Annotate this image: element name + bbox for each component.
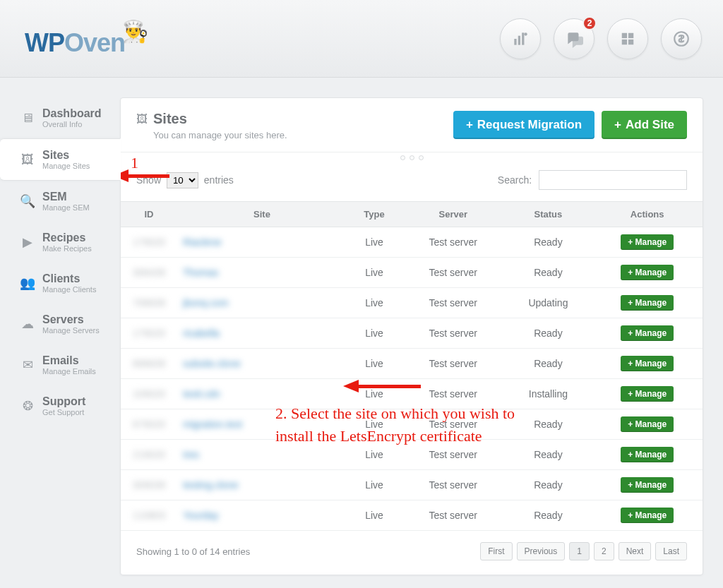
- cell-type: Live: [347, 379, 402, 409]
- cell-actions: Manage: [592, 349, 703, 379]
- col-server[interactable]: Server: [402, 202, 504, 227]
- cell-status: Ready: [504, 349, 592, 379]
- page-2[interactable]: 2: [594, 542, 614, 560]
- manage-button[interactable]: Manage: [621, 265, 674, 280]
- sidebar-item-label: SEM: [42, 191, 90, 203]
- support-icon: ❂: [20, 398, 35, 414]
- pagination: First Previous 1 2 Next Last: [480, 542, 687, 560]
- table-row: 309039testing.cloneLiveTest serverReadyM…: [121, 470, 703, 500]
- svg-rect-1: [518, 35, 520, 44]
- cell-id: 219020: [121, 440, 177, 470]
- sidebar-item-support[interactable]: ❂ SupportGet Support: [0, 385, 120, 426]
- sidebar-item-clients[interactable]: 👥 ClientsManage Clients: [0, 263, 120, 304]
- manage-button[interactable]: Manage: [621, 447, 674, 462]
- search-icon: 🔍: [20, 193, 35, 209]
- cell-site[interactable]: migration.test: [177, 409, 347, 440]
- manage-button[interactable]: Manage: [621, 234, 674, 250]
- sidebar-item-servers[interactable]: ☁ ServersManage Servers: [0, 304, 120, 344]
- topnav-billing-icon[interactable]: [500, 18, 541, 59]
- table-row: 179020ricabellaLiveTest serverReadyManag…: [121, 318, 703, 349]
- cell-server: Test server: [402, 258, 504, 288]
- cell-server: Test server: [402, 379, 504, 409]
- cell-type: Live: [347, 470, 402, 500]
- sidebar-item-sub: Get Support: [42, 408, 85, 416]
- cell-server: Test server: [402, 440, 504, 470]
- entries-control: Show 10 entries: [136, 172, 234, 188]
- mail-icon: ✉: [20, 357, 35, 373]
- svg-rect-2: [522, 32, 524, 44]
- add-site-button[interactable]: +Add Site: [602, 111, 687, 139]
- request-migration-button[interactable]: +Request Migration: [453, 111, 594, 139]
- sidebar: 🖥 DashboardOverall Info 🖼 SitesManage Si…: [0, 78, 120, 575]
- cell-server: Test server: [402, 500, 504, 531]
- col-type[interactable]: Type: [347, 202, 402, 227]
- manage-button[interactable]: Manage: [621, 356, 674, 371]
- col-status[interactable]: Status: [504, 202, 592, 227]
- entries-select[interactable]: 10: [167, 172, 198, 188]
- sidebar-item-sub: Overall Info: [42, 120, 102, 128]
- cell-status: Ready: [504, 227, 592, 258]
- sidebar-item-emails[interactable]: ✉ EmailsManage Emails: [0, 344, 120, 385]
- cell-site[interactable]: testt.cdn: [177, 379, 347, 409]
- sidebar-item-recipes[interactable]: ▶ RecipesMake Recipes: [0, 222, 120, 263]
- notification-badge: 2: [582, 16, 597, 30]
- manage-button[interactable]: Manage: [621, 325, 674, 341]
- sidebar-item-sub: Make Recipes: [42, 244, 92, 253]
- cell-type: Live: [347, 258, 402, 288]
- col-actions[interactable]: Actions: [592, 202, 703, 227]
- cell-id: 179020: [121, 227, 177, 258]
- page-1[interactable]: 1: [569, 542, 590, 560]
- manage-button[interactable]: Manage: [621, 508, 674, 523]
- recipes-icon: ▶: [20, 234, 35, 250]
- cell-status: Ready: [504, 440, 592, 470]
- cell-site[interactable]: Yourday: [177, 500, 347, 531]
- cell-id: 309039: [121, 470, 177, 500]
- manage-button[interactable]: Manage: [621, 386, 674, 402]
- sidebar-item-dashboard[interactable]: 🖥 DashboardOverall Info: [0, 97, 120, 138]
- cell-site[interactable]: Riaclene: [177, 227, 347, 258]
- cell-type: Live: [347, 500, 402, 531]
- chef-hat-icon: 👨‍🍳: [122, 19, 148, 44]
- cell-server: Test server: [402, 470, 504, 500]
- table-row: 109020testt.cdnLiveTest serverInstalling…: [121, 379, 703, 409]
- page-next[interactable]: Next: [619, 542, 652, 560]
- table-row: 896639subsite.cloneLiveTest serverReadyM…: [121, 349, 703, 379]
- page-title: Sites: [153, 111, 187, 127]
- cell-actions: Manage: [592, 500, 703, 531]
- page-last[interactable]: Last: [655, 542, 687, 560]
- cell-server: Test server: [402, 288, 504, 318]
- svg-rect-5: [628, 32, 633, 37]
- cell-actions: Manage: [592, 409, 703, 440]
- main-panel: 🖼 Sites You can manage your sites here. …: [120, 97, 703, 575]
- cell-actions: Manage: [592, 470, 703, 500]
- topnav-messages-icon[interactable]: 2: [554, 18, 594, 59]
- manage-button[interactable]: Manage: [621, 416, 674, 432]
- page-first[interactable]: First: [480, 542, 512, 560]
- sidebar-item-sem[interactable]: 🔍 SEMManage SEM: [0, 181, 120, 222]
- topnav-grid-icon[interactable]: [607, 18, 648, 59]
- sidebar-item-sub: Manage Sites: [42, 162, 90, 170]
- cell-site[interactable]: Thomas: [177, 258, 347, 288]
- cell-status: Ready: [504, 470, 592, 500]
- cell-site[interactable]: testing.clone: [177, 470, 347, 500]
- cell-site[interactable]: jbonq.com: [177, 288, 347, 318]
- search-input[interactable]: [539, 170, 687, 190]
- cell-site[interactable]: ricabella: [177, 318, 347, 349]
- table-info: Showing 1 to 0 of 14 entries: [136, 546, 250, 557]
- cell-status: Installing: [504, 379, 592, 409]
- image-icon: 🖼: [136, 113, 148, 126]
- manage-button[interactable]: Manage: [621, 477, 674, 493]
- svg-rect-4: [622, 32, 627, 37]
- svg-rect-6: [622, 39, 627, 44]
- manage-button[interactable]: Manage: [621, 295, 674, 311]
- col-id[interactable]: ID: [121, 202, 177, 227]
- topnav-money-icon[interactable]: [661, 18, 702, 59]
- cell-site[interactable]: tres: [177, 440, 347, 470]
- sidebar-item-sites[interactable]: 🖼 SitesManage Sites: [0, 138, 121, 181]
- page-prev[interactable]: Previous: [517, 542, 566, 560]
- table-row: 679020migration.testLiveTest serverReady…: [121, 409, 703, 440]
- section-divider: [121, 152, 703, 163]
- col-site[interactable]: Site: [177, 202, 347, 227]
- cell-site[interactable]: subsite.clone: [177, 349, 347, 379]
- cell-id: 679020: [121, 409, 177, 440]
